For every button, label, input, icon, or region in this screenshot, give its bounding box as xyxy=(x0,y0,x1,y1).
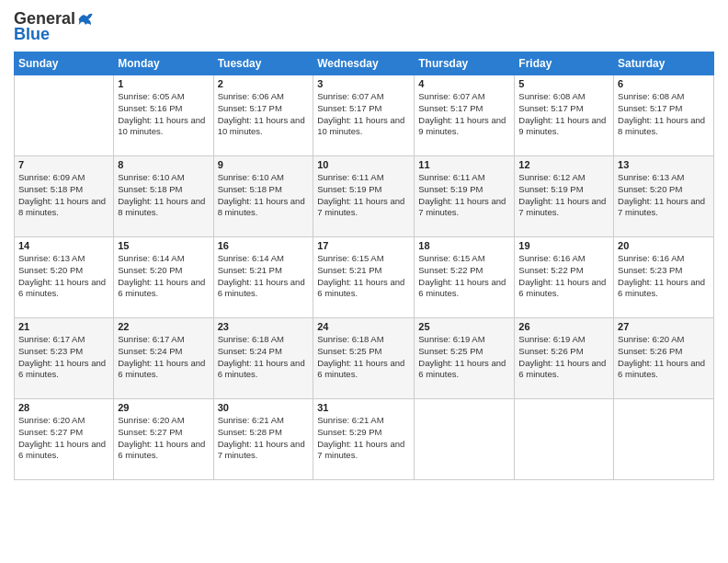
day-info: Sunrise: 6:10 AM Sunset: 5:18 PM Dayligh… xyxy=(218,172,310,219)
day-number: 10 xyxy=(317,159,410,170)
day-info: Sunrise: 6:16 AM Sunset: 5:22 PM Dayligh… xyxy=(518,253,609,300)
day-info: Sunrise: 6:13 AM Sunset: 5:20 PM Dayligh… xyxy=(18,253,109,300)
day-info: Sunrise: 6:20 AM Sunset: 5:27 PM Dayligh… xyxy=(118,415,209,462)
calendar-cell: 31Sunrise: 6:21 AM Sunset: 5:29 PM Dayli… xyxy=(313,399,415,480)
calendar-cell: 24Sunrise: 6:18 AM Sunset: 5:25 PM Dayli… xyxy=(313,318,415,399)
day-info: Sunrise: 6:21 AM Sunset: 5:29 PM Dayligh… xyxy=(317,415,410,462)
day-number: 28 xyxy=(18,402,109,413)
weekday-header-saturday: Saturday xyxy=(614,52,714,75)
day-number: 9 xyxy=(218,159,310,170)
calendar-cell: 9Sunrise: 6:10 AM Sunset: 5:18 PM Daylig… xyxy=(213,156,313,237)
day-info: Sunrise: 6:19 AM Sunset: 5:26 PM Dayligh… xyxy=(518,334,609,381)
weekday-header-friday: Friday xyxy=(515,52,614,75)
day-info: Sunrise: 6:12 AM Sunset: 5:19 PM Dayligh… xyxy=(518,172,609,219)
calendar-cell: 8Sunrise: 6:10 AM Sunset: 5:18 PM Daylig… xyxy=(114,156,213,237)
day-info: Sunrise: 6:09 AM Sunset: 5:18 PM Dayligh… xyxy=(18,172,109,219)
day-number: 7 xyxy=(18,159,109,170)
day-number: 19 xyxy=(518,240,609,251)
calendar-cell: 10Sunrise: 6:11 AM Sunset: 5:19 PM Dayli… xyxy=(313,156,415,237)
weekday-header-wednesday: Wednesday xyxy=(313,52,415,75)
day-number: 16 xyxy=(218,240,310,251)
day-number: 8 xyxy=(118,159,209,170)
day-number: 11 xyxy=(418,159,510,170)
week-row-1: 1Sunrise: 6:05 AM Sunset: 5:16 PM Daylig… xyxy=(15,75,714,156)
day-number: 1 xyxy=(118,78,209,89)
day-info: Sunrise: 6:05 AM Sunset: 5:16 PM Dayligh… xyxy=(118,91,209,138)
calendar-cell: 27Sunrise: 6:20 AM Sunset: 5:26 PM Dayli… xyxy=(614,318,714,399)
week-row-4: 21Sunrise: 6:17 AM Sunset: 5:23 PM Dayli… xyxy=(15,318,714,399)
logo: General Blue xyxy=(14,9,94,44)
calendar-cell: 17Sunrise: 6:15 AM Sunset: 5:21 PM Dayli… xyxy=(313,237,415,318)
calendar-cell: 15Sunrise: 6:14 AM Sunset: 5:20 PM Dayli… xyxy=(114,237,213,318)
day-number: 23 xyxy=(218,321,310,332)
logo-icon xyxy=(77,11,94,28)
calendar-cell: 26Sunrise: 6:19 AM Sunset: 5:26 PM Dayli… xyxy=(515,318,614,399)
weekday-header-monday: Monday xyxy=(114,52,213,75)
calendar-cell: 30Sunrise: 6:21 AM Sunset: 5:28 PM Dayli… xyxy=(213,399,313,480)
day-info: Sunrise: 6:08 AM Sunset: 5:17 PM Dayligh… xyxy=(618,91,710,138)
day-info: Sunrise: 6:21 AM Sunset: 5:28 PM Dayligh… xyxy=(218,415,310,462)
day-number: 30 xyxy=(218,402,310,413)
calendar-cell: 16Sunrise: 6:14 AM Sunset: 5:21 PM Dayli… xyxy=(213,237,313,318)
calendar-cell: 2Sunrise: 6:06 AM Sunset: 5:17 PM Daylig… xyxy=(213,75,313,156)
calendar-cell: 1Sunrise: 6:05 AM Sunset: 5:16 PM Daylig… xyxy=(114,75,213,156)
weekday-header-tuesday: Tuesday xyxy=(213,52,313,75)
week-row-3: 14Sunrise: 6:13 AM Sunset: 5:20 PM Dayli… xyxy=(15,237,714,318)
calendar-cell: 11Sunrise: 6:11 AM Sunset: 5:19 PM Dayli… xyxy=(415,156,515,237)
day-info: Sunrise: 6:17 AM Sunset: 5:23 PM Dayligh… xyxy=(18,334,109,381)
day-number: 6 xyxy=(618,78,710,89)
calendar-cell xyxy=(15,75,114,156)
day-number: 18 xyxy=(418,240,510,251)
day-number: 12 xyxy=(518,159,609,170)
day-number: 13 xyxy=(618,159,710,170)
calendar-table: SundayMondayTuesdayWednesdayThursdayFrid… xyxy=(14,52,714,480)
weekday-header-thursday: Thursday xyxy=(415,52,515,75)
calendar-cell: 25Sunrise: 6:19 AM Sunset: 5:25 PM Dayli… xyxy=(415,318,515,399)
day-number: 20 xyxy=(618,240,710,251)
day-info: Sunrise: 6:16 AM Sunset: 5:23 PM Dayligh… xyxy=(618,253,710,300)
calendar-cell: 5Sunrise: 6:08 AM Sunset: 5:17 PM Daylig… xyxy=(515,75,614,156)
day-number: 27 xyxy=(618,321,710,332)
week-row-2: 7Sunrise: 6:09 AM Sunset: 5:18 PM Daylig… xyxy=(15,156,714,237)
day-info: Sunrise: 6:18 AM Sunset: 5:25 PM Dayligh… xyxy=(317,334,410,381)
weekday-header-row: SundayMondayTuesdayWednesdayThursdayFrid… xyxy=(15,52,714,75)
day-number: 29 xyxy=(118,402,209,413)
day-info: Sunrise: 6:20 AM Sunset: 5:27 PM Dayligh… xyxy=(18,415,109,462)
day-number: 26 xyxy=(518,321,609,332)
calendar-cell: 4Sunrise: 6:07 AM Sunset: 5:17 PM Daylig… xyxy=(415,75,515,156)
calendar-cell xyxy=(515,399,614,480)
calendar-cell: 28Sunrise: 6:20 AM Sunset: 5:27 PM Dayli… xyxy=(15,399,114,480)
day-number: 14 xyxy=(18,240,109,251)
day-number: 5 xyxy=(518,78,609,89)
day-info: Sunrise: 6:07 AM Sunset: 5:17 PM Dayligh… xyxy=(317,91,410,138)
day-info: Sunrise: 6:15 AM Sunset: 5:21 PM Dayligh… xyxy=(317,253,410,300)
day-number: 4 xyxy=(418,78,510,89)
calendar-cell: 23Sunrise: 6:18 AM Sunset: 5:24 PM Dayli… xyxy=(213,318,313,399)
day-info: Sunrise: 6:10 AM Sunset: 5:18 PM Dayligh… xyxy=(118,172,209,219)
day-info: Sunrise: 6:13 AM Sunset: 5:20 PM Dayligh… xyxy=(618,172,710,219)
day-info: Sunrise: 6:11 AM Sunset: 5:19 PM Dayligh… xyxy=(317,172,410,219)
calendar-cell: 14Sunrise: 6:13 AM Sunset: 5:20 PM Dayli… xyxy=(15,237,114,318)
day-info: Sunrise: 6:08 AM Sunset: 5:17 PM Dayligh… xyxy=(518,91,609,138)
day-info: Sunrise: 6:19 AM Sunset: 5:25 PM Dayligh… xyxy=(418,334,510,381)
calendar-cell: 18Sunrise: 6:15 AM Sunset: 5:22 PM Dayli… xyxy=(415,237,515,318)
day-number: 21 xyxy=(18,321,109,332)
calendar-cell: 3Sunrise: 6:07 AM Sunset: 5:17 PM Daylig… xyxy=(313,75,415,156)
day-info: Sunrise: 6:20 AM Sunset: 5:26 PM Dayligh… xyxy=(618,334,710,381)
day-number: 15 xyxy=(118,240,209,251)
calendar-cell: 12Sunrise: 6:12 AM Sunset: 5:19 PM Dayli… xyxy=(515,156,614,237)
page-container: General Blue SundayMondayTuesdayWednesda… xyxy=(0,0,728,489)
calendar-cell xyxy=(614,399,714,480)
calendar-cell: 21Sunrise: 6:17 AM Sunset: 5:23 PM Dayli… xyxy=(15,318,114,399)
weekday-header-sunday: Sunday xyxy=(15,52,114,75)
calendar-cell: 29Sunrise: 6:20 AM Sunset: 5:27 PM Dayli… xyxy=(114,399,213,480)
calendar-cell: 13Sunrise: 6:13 AM Sunset: 5:20 PM Dayli… xyxy=(614,156,714,237)
day-info: Sunrise: 6:11 AM Sunset: 5:19 PM Dayligh… xyxy=(418,172,510,219)
week-row-5: 28Sunrise: 6:20 AM Sunset: 5:27 PM Dayli… xyxy=(15,399,714,480)
day-number: 25 xyxy=(418,321,510,332)
day-info: Sunrise: 6:07 AM Sunset: 5:17 PM Dayligh… xyxy=(418,91,510,138)
day-info: Sunrise: 6:06 AM Sunset: 5:17 PM Dayligh… xyxy=(218,91,310,138)
day-number: 17 xyxy=(317,240,410,251)
day-info: Sunrise: 6:18 AM Sunset: 5:24 PM Dayligh… xyxy=(218,334,310,381)
calendar-cell xyxy=(415,399,515,480)
